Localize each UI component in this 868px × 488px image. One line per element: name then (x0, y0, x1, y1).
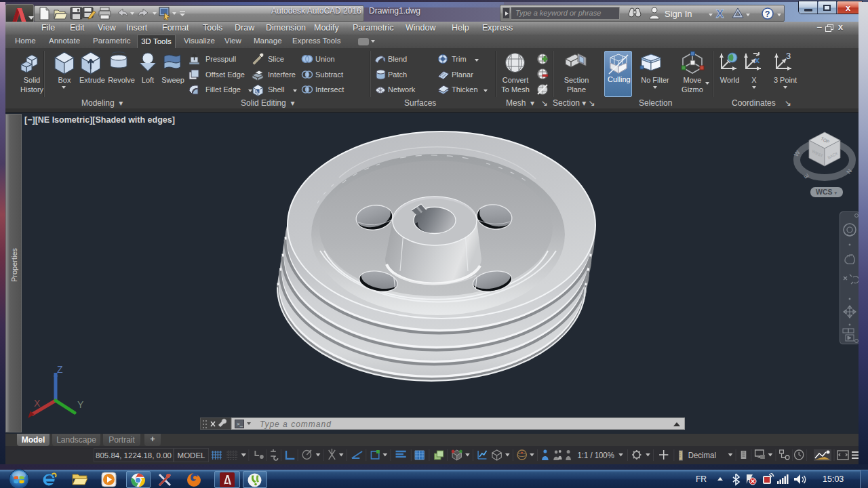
svg-text:1:1 / 100%: 1:1 / 100% (577, 451, 614, 460)
svg-text:X: X (716, 7, 724, 20)
svg-text:Decimal: Decimal (688, 451, 716, 460)
svg-text:?: ? (765, 9, 770, 19)
svg-text:Sign In: Sign In (665, 9, 692, 19)
svg-text:X: X (34, 398, 41, 409)
svg-text:Y: Y (77, 399, 84, 410)
svg-text:3: 3 (786, 51, 791, 61)
svg-text:x: x (755, 55, 760, 65)
svg-text:Z: Z (57, 364, 63, 375)
